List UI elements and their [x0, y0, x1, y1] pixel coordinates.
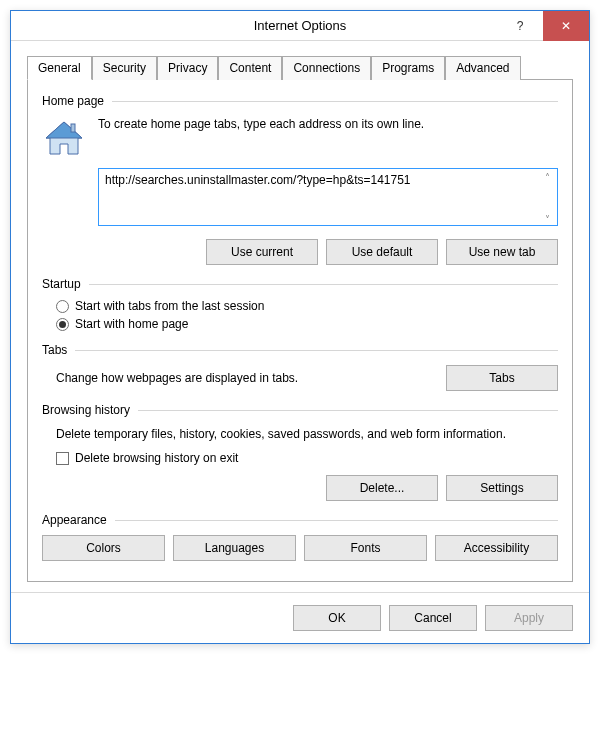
tabstrip: General Security Privacy Content Connect…: [27, 55, 573, 80]
ok-button[interactable]: OK: [293, 605, 381, 631]
home-icon: [42, 116, 86, 160]
tab-programs[interactable]: Programs: [371, 56, 445, 80]
divider: [112, 101, 558, 102]
radio-icon: [56, 300, 69, 313]
divider: [138, 410, 558, 411]
close-icon: ✕: [561, 19, 571, 33]
tab-advanced[interactable]: Advanced: [445, 56, 520, 80]
titlebar-buttons: ? ✕: [497, 11, 589, 41]
titlebar: Internet Options ? ✕: [11, 11, 589, 41]
tab-privacy[interactable]: Privacy: [157, 56, 218, 80]
tab-security[interactable]: Security: [92, 56, 157, 80]
group-label-startup: Startup: [42, 277, 81, 291]
group-tabs: Tabs Change how webpages are displayed i…: [42, 343, 558, 391]
chevron-up-icon: ˄: [540, 172, 554, 183]
delete-button[interactable]: Delete...: [326, 475, 438, 501]
history-description: Delete temporary files, history, cookies…: [56, 425, 558, 443]
tabs-description: Change how webpages are displayed in tab…: [56, 371, 436, 385]
delete-on-exit-checkbox[interactable]: Delete browsing history on exit: [56, 451, 558, 465]
divider: [75, 350, 558, 351]
svg-rect-2: [71, 124, 75, 132]
group-homepage: Home page To create home page tabs, type…: [42, 94, 558, 265]
divider: [115, 520, 558, 521]
use-current-button[interactable]: Use current: [206, 239, 318, 265]
group-label-homepage: Home page: [42, 94, 104, 108]
use-default-button[interactable]: Use default: [326, 239, 438, 265]
homepage-hint: To create home page tabs, type each addr…: [98, 116, 558, 160]
dialog-window: Internet Options ? ✕ General Security Pr…: [10, 10, 590, 644]
tab-panel-general: Home page To create home page tabs, type…: [27, 80, 573, 582]
homepage-url-input[interactable]: [98, 168, 558, 226]
svg-marker-1: [46, 122, 82, 138]
group-label-tabs: Tabs: [42, 343, 67, 357]
checkbox-label: Delete browsing history on exit: [75, 451, 238, 465]
group-appearance: Appearance Colors Languages Fonts Access…: [42, 513, 558, 561]
apply-button[interactable]: Apply: [485, 605, 573, 631]
checkbox-icon: [56, 452, 69, 465]
cancel-button[interactable]: Cancel: [389, 605, 477, 631]
use-new-tab-button[interactable]: Use new tab: [446, 239, 558, 265]
dialog-footer: OK Cancel Apply: [11, 592, 589, 643]
close-button[interactable]: ✕: [543, 11, 589, 41]
radio-icon: [56, 318, 69, 331]
scrollbar[interactable]: ˄ ˅: [540, 172, 554, 225]
divider: [89, 284, 558, 285]
tabs-button[interactable]: Tabs: [446, 365, 558, 391]
help-button[interactable]: ?: [497, 11, 543, 41]
accessibility-button[interactable]: Accessibility: [435, 535, 558, 561]
radio-label: Start with tabs from the last session: [75, 299, 264, 313]
fonts-button[interactable]: Fonts: [304, 535, 427, 561]
settings-button[interactable]: Settings: [446, 475, 558, 501]
languages-button[interactable]: Languages: [173, 535, 296, 561]
chevron-down-icon: ˅: [540, 214, 554, 225]
colors-button[interactable]: Colors: [42, 535, 165, 561]
radio-label: Start with home page: [75, 317, 188, 331]
dialog-content: General Security Privacy Content Connect…: [11, 41, 589, 592]
group-history: Browsing history Delete temporary files,…: [42, 403, 558, 501]
help-icon: ?: [517, 19, 524, 33]
tab-connections[interactable]: Connections: [282, 56, 371, 80]
radio-last-session[interactable]: Start with tabs from the last session: [56, 299, 558, 313]
tab-general[interactable]: General: [27, 56, 92, 80]
radio-home-page[interactable]: Start with home page: [56, 317, 558, 331]
group-startup: Startup Start with tabs from the last se…: [42, 277, 558, 331]
group-label-appearance: Appearance: [42, 513, 107, 527]
tab-content[interactable]: Content: [218, 56, 282, 80]
group-label-history: Browsing history: [42, 403, 130, 417]
